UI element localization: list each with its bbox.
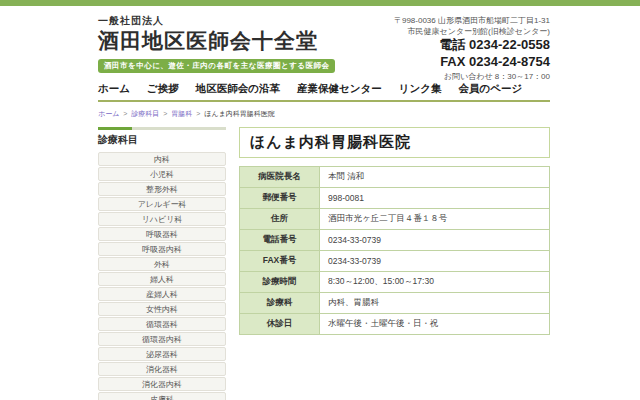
sidebar-item-surgery[interactable]: 外科 <box>98 257 226 271</box>
page-container: 一般社団法人 酒田地区医師会十全堂 酒田市を中心に、遊佐・庄内の各町を主な医療圏… <box>98 6 550 400</box>
contact-address-line2: 市民健康センター別館(旧検診センター) <box>394 26 550 37</box>
table-row: 休診日 水曜午後・土曜午後・日・祝 <box>240 314 550 335</box>
breadcrumb-link-home[interactable]: ホーム <box>98 110 119 117</box>
table-row: 住所 酒田市光ヶ丘二丁目４番１８号 <box>240 209 550 230</box>
sidebar-item-orthopedics[interactable]: 整形外科 <box>98 182 226 196</box>
row-label-hours: 診療時間 <box>240 272 320 293</box>
sidebar-accent-green <box>98 127 132 130</box>
sidebar-item-urology[interactable]: 泌尿器科 <box>98 347 226 361</box>
clinic-info-table: 病医院長名 本間 清和 郵便番号 998-0081 住所 酒田市光ヶ丘二丁目４番… <box>239 166 550 335</box>
row-value-hours: 8:30～12:00、15:00～17:30 <box>320 272 550 293</box>
departments-sidebar: 診療科目 内科 小児科 整形外科 アレルギー科 リハビリ科 呼吸器科 呼吸器内科… <box>98 127 226 400</box>
row-label-closed-days: 休診日 <box>240 314 320 335</box>
nav-item-greeting[interactable]: ご挨拶 <box>147 82 179 96</box>
sidebar-title: 診療科目 <box>98 133 226 147</box>
sidebar-item-naika[interactable]: 内科 <box>98 152 226 166</box>
nav-item-occupational-health[interactable]: 産業保健センター <box>297 82 382 96</box>
row-value-departments: 内科、胃腸科 <box>320 293 550 314</box>
sidebar-item-pediatrics[interactable]: 小児科 <box>98 167 226 181</box>
row-value-fax: 0234-33-0739 <box>320 251 550 272</box>
sidebar-item-obstetrics[interactable]: 産婦人科 <box>98 287 226 301</box>
table-row: 病医院長名 本間 清和 <box>240 167 550 188</box>
contact-hours: お問い合わせ 8：30～17：00 <box>394 71 550 82</box>
table-row: 診療時間 8:30～12:00、15:00～17:30 <box>240 272 550 293</box>
contact-address-line1: 〒998-0036 山形県酒田市船場町二丁目1-31 <box>394 15 550 26</box>
breadcrumb-link-gastro[interactable]: 胃腸科 <box>171 110 192 117</box>
site-tagline: 酒田市を中心に、遊佐・庄内の各町を主な医療圏とする医師会 <box>98 59 335 73</box>
site-logo[interactable]: 一般社団法人 酒田地区医師会十全堂 酒田市を中心に、遊佐・庄内の各町を主な医療圏… <box>98 14 335 76</box>
nav-item-home[interactable]: ホーム <box>98 82 130 96</box>
org-type-label: 一般社団法人 <box>98 14 335 28</box>
page-title-box: ほんま内科胃腸科医院 <box>239 127 550 158</box>
table-row: 診療科 内科、胃腸科 <box>240 293 550 314</box>
row-value-postal-code: 998-0081 <box>320 188 550 209</box>
site-header: 一般社団法人 酒田地区医師会十全堂 酒田市を中心に、遊佐・庄内の各町を主な医療圏… <box>98 6 550 76</box>
contact-fax: FAX 0234-24-8754 <box>394 54 550 70</box>
nav-item-history[interactable]: 地区医師会の沿革 <box>196 82 280 96</box>
breadcrumb-separator: > <box>196 110 200 117</box>
sidebar-accent-gray <box>132 127 226 130</box>
row-label-departments: 診療科 <box>240 293 320 314</box>
contact-info: 〒998-0036 山形県酒田市船場町二丁目1-31 市民健康センター別館(旧検… <box>394 14 550 76</box>
sidebar-item-womens-internal[interactable]: 女性内科 <box>98 302 226 316</box>
breadcrumb: ホーム > 診療科目 > 胃腸科 > ほんま内科胃腸科医院 <box>98 109 550 119</box>
sidebar-item-cardiology-internal[interactable]: 循環器内科 <box>98 332 226 346</box>
table-row: FAX番号 0234-33-0739 <box>240 251 550 272</box>
sidebar-accent-bar <box>98 127 226 130</box>
sidebar-item-rehabilitation[interactable]: リハビリ科 <box>98 212 226 226</box>
main-content: ほんま内科胃腸科医院 病医院長名 本間 清和 郵便番号 998-0081 住所 … <box>239 127 550 335</box>
row-value-director: 本間 清和 <box>320 167 550 188</box>
sidebar-item-cardiology[interactable]: 循環器科 <box>98 317 226 331</box>
page-title: ほんま内科胃腸科医院 <box>250 133 539 152</box>
sidebar-item-gastroenterology-internal[interactable]: 消化器内科 <box>98 377 226 391</box>
sidebar-item-allergy[interactable]: アレルギー科 <box>98 197 226 211</box>
row-value-address: 酒田市光ヶ丘二丁目４番１８号 <box>320 209 550 230</box>
nav-item-links[interactable]: リンク集 <box>399 82 442 96</box>
breadcrumb-link-departments[interactable]: 診療科目 <box>131 110 159 117</box>
table-row: 郵便番号 998-0081 <box>240 188 550 209</box>
sidebar-item-gastroenterology[interactable]: 消化器科 <box>98 362 226 376</box>
nav-item-members[interactable]: 会員のページ <box>459 82 523 96</box>
row-label-director: 病医院長名 <box>240 167 320 188</box>
content-columns: 診療科目 内科 小児科 整形外科 アレルギー科 リハビリ科 呼吸器科 呼吸器内科… <box>98 127 550 400</box>
row-value-closed-days: 水曜午後・土曜午後・日・祝 <box>320 314 550 335</box>
row-label-phone: 電話番号 <box>240 230 320 251</box>
row-label-address: 住所 <box>240 209 320 230</box>
row-value-phone: 0234-33-0739 <box>320 230 550 251</box>
breadcrumb-separator: > <box>123 110 127 117</box>
breadcrumb-current: ほんま内科胃腸科医院 <box>204 110 275 117</box>
sidebar-item-respiratory[interactable]: 呼吸器科 <box>98 227 226 241</box>
row-label-fax: FAX番号 <box>240 251 320 272</box>
table-row: 電話番号 0234-33-0739 <box>240 230 550 251</box>
sidebar-item-gynecology[interactable]: 婦人科 <box>98 272 226 286</box>
main-nav: ホーム ご挨拶 地区医師会の沿革 産業保健センター リンク集 会員のページ <box>98 77 550 102</box>
breadcrumb-separator: > <box>163 110 167 117</box>
contact-phone: 電話 0234-22-0558 <box>394 37 550 53</box>
org-name-title[interactable]: 酒田地区医師会十全堂 <box>98 28 335 54</box>
sidebar-item-dermatology[interactable]: 皮膚科 <box>98 392 226 400</box>
sidebar-item-respiratory-internal[interactable]: 呼吸器内科 <box>98 242 226 256</box>
row-label-postal-code: 郵便番号 <box>240 188 320 209</box>
